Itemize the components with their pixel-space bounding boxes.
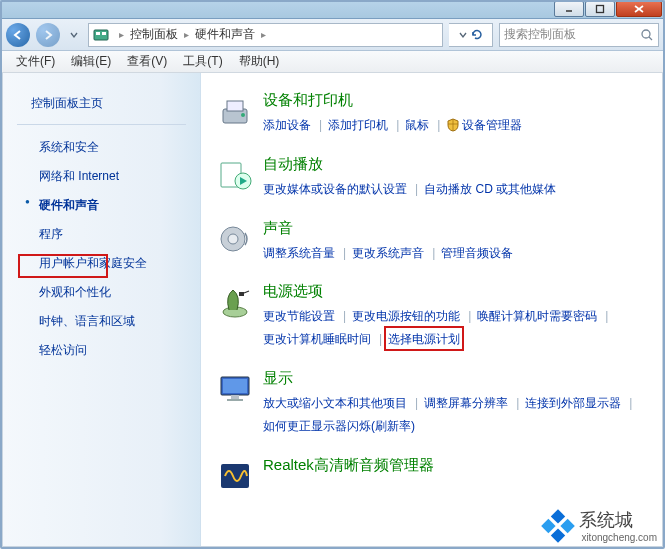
minimize-button[interactable] — [554, 1, 584, 17]
svg-rect-21 — [231, 395, 239, 399]
svg-rect-26 — [542, 518, 556, 532]
section-link[interactable]: 管理音频设备 — [441, 242, 513, 265]
section-title[interactable]: 显示 — [263, 369, 650, 388]
svg-point-7 — [642, 30, 650, 38]
section-link[interactable]: 唤醒计算机时需要密码 — [477, 305, 597, 328]
sidebar-item-network[interactable]: 网络和 Internet — [3, 162, 200, 191]
section-link[interactable]: 更改系统声音 — [352, 242, 424, 265]
menu-tools[interactable]: 工具(T) — [175, 53, 230, 70]
svg-rect-22 — [227, 399, 243, 401]
search-icon — [640, 28, 654, 42]
dropdown-icon[interactable] — [458, 30, 468, 40]
power-icon — [215, 282, 255, 322]
shield-icon — [446, 117, 460, 131]
svg-point-11 — [241, 113, 245, 117]
printer-icon — [215, 91, 255, 131]
section-link-shielded[interactable]: 设备管理器 — [462, 114, 522, 137]
svg-rect-5 — [96, 32, 100, 35]
sidebar-home[interactable]: 控制面板主页 — [3, 91, 200, 116]
sidebar-item-accounts[interactable]: 用户帐户和家庭安全 — [3, 249, 200, 278]
section-link[interactable]: 更改节能设置 — [263, 305, 335, 328]
watermark-logo-icon — [541, 509, 575, 543]
breadcrumb[interactable]: ▸ 控制面板 ▸ 硬件和声音 ▸ — [88, 23, 443, 47]
svg-rect-20 — [223, 379, 247, 393]
control-panel-icon — [93, 27, 109, 43]
section-link[interactable]: 放大或缩小文本和其他项目 — [263, 392, 407, 415]
section-link[interactable]: 自动播放 CD 或其他媒体 — [424, 178, 556, 201]
svg-line-18 — [244, 291, 249, 293]
section-link[interactable]: 鼠标 — [405, 114, 429, 137]
menu-edit[interactable]: 编辑(E) — [63, 53, 119, 70]
display-icon — [215, 369, 255, 409]
watermark-url: xitongcheng.com — [581, 532, 657, 543]
svg-rect-6 — [102, 32, 106, 35]
section-link[interactable]: 更改媒体或设备的默认设置 — [263, 178, 407, 201]
section-title[interactable]: 声音 — [263, 219, 650, 238]
section-link[interactable]: 选择电源计划 — [388, 328, 460, 351]
autoplay-icon — [215, 155, 255, 195]
section-link[interactable]: 连接到外部显示器 — [525, 392, 621, 415]
section-link[interactable]: 更改计算机睡眠时间 — [263, 328, 371, 351]
watermark: 系统城 xitongcheng.com — [541, 508, 657, 543]
svg-rect-17 — [239, 292, 244, 296]
chevron-right-icon: ▸ — [119, 29, 124, 40]
svg-rect-25 — [561, 518, 575, 532]
back-button[interactable] — [6, 23, 30, 47]
section-title[interactable]: Realtek高清晰音频管理器 — [263, 456, 650, 475]
section-link[interactable]: 如何更正显示器闪烁(刷新率) — [263, 415, 415, 438]
svg-rect-27 — [551, 528, 565, 542]
sidebar-item-appearance[interactable]: 外观和个性化 — [3, 278, 200, 307]
section-title[interactable]: 设备和打印机 — [263, 91, 650, 110]
close-button[interactable] — [616, 1, 662, 17]
forward-button[interactable] — [36, 23, 60, 47]
menu-file[interactable]: 文件(F) — [8, 53, 63, 70]
chevron-right-icon: ▸ — [184, 29, 189, 40]
section-title[interactable]: 自动播放 — [263, 155, 650, 174]
section-title[interactable]: 电源选项 — [263, 282, 650, 301]
section-link[interactable]: 调整系统音量 — [263, 242, 335, 265]
svg-line-8 — [649, 37, 652, 40]
sidebar-item-security[interactable]: 系统和安全 — [3, 133, 200, 162]
svg-rect-24 — [551, 509, 565, 523]
sidebar-item-clock[interactable]: 时钟、语言和区域 — [3, 307, 200, 336]
maximize-button[interactable] — [585, 1, 615, 17]
history-dropdown[interactable] — [66, 23, 82, 47]
section-link[interactable]: 添加设备 — [263, 114, 311, 137]
svg-rect-1 — [597, 6, 604, 13]
watermark-brand: 系统城 — [579, 508, 657, 532]
chevron-right-icon: ▸ — [261, 29, 266, 40]
section-link[interactable]: 更改电源按钮的功能 — [352, 305, 460, 328]
breadcrumb-part[interactable]: 控制面板 — [130, 26, 178, 43]
svg-rect-10 — [227, 101, 243, 111]
svg-point-15 — [228, 234, 238, 244]
refresh-icon[interactable] — [470, 28, 484, 42]
breadcrumb-part[interactable]: 硬件和声音 — [195, 26, 255, 43]
menu-view[interactable]: 查看(V) — [119, 53, 175, 70]
menu-help[interactable]: 帮助(H) — [231, 53, 288, 70]
sound-icon — [215, 219, 255, 259]
section-link[interactable]: 调整屏幕分辨率 — [424, 392, 508, 415]
realtek-icon — [215, 456, 255, 496]
section-link[interactable]: 添加打印机 — [328, 114, 388, 137]
search-input[interactable]: 搜索控制面板 — [499, 23, 659, 47]
sidebar-item-access[interactable]: 轻松访问 — [3, 336, 200, 365]
sidebar-item-hardware[interactable]: 硬件和声音 — [3, 191, 200, 220]
sidebar-item-programs[interactable]: 程序 — [3, 220, 200, 249]
